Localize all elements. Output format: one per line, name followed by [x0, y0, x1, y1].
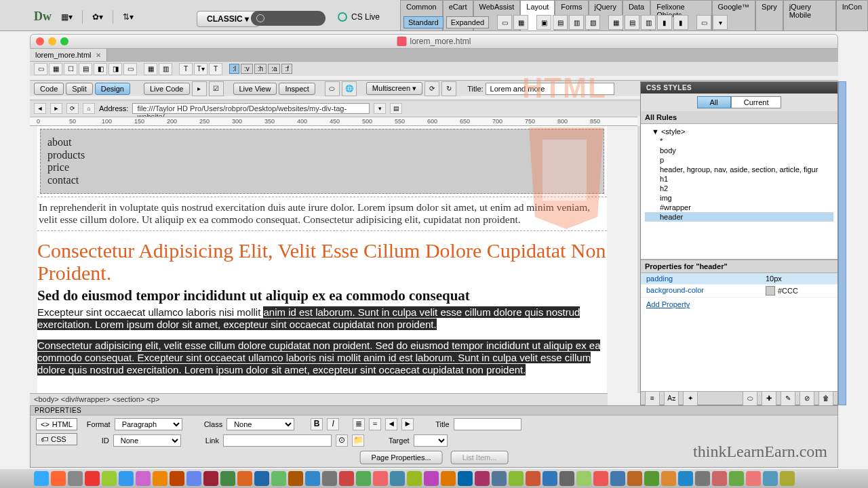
spry-objects-icon[interactable]: ◧	[94, 63, 107, 75]
dock-app-icon[interactable]	[780, 471, 795, 486]
css-current-button[interactable]: Current	[731, 96, 782, 108]
css-rule[interactable]: h2	[645, 184, 833, 193]
link-point-icon[interactable]: ⊙	[336, 434, 348, 447]
nav-reload-icon[interactable]: ⟳	[66, 103, 79, 114]
traffic-lights[interactable]	[36, 37, 68, 45]
dock-app-icon[interactable]	[475, 471, 490, 486]
delete-rule-icon[interactable]: 🗑	[818, 391, 833, 406]
dock-app-icon[interactable]	[729, 471, 744, 486]
insert-tab-spry[interactable]: Spry	[755, 0, 783, 30]
design-canvas[interactable]: aboutproductspricecontact In reprehender…	[37, 126, 607, 393]
extend-menu-icon[interactable]: ✿▾	[92, 12, 103, 22]
dock-app-icon[interactable]	[661, 471, 676, 486]
tag-selector[interactable]: <body> <div#wrapper> <section> <p>	[30, 393, 608, 405]
data-icon[interactable]: ▤	[79, 63, 92, 75]
outdent-button[interactable]: ◄	[385, 418, 397, 430]
target-select[interactable]	[414, 434, 448, 447]
attach-stylesheet-icon[interactable]: ⬭	[743, 391, 757, 406]
insert-iframe-icon[interactable]: ▭	[696, 15, 711, 30]
css-properties-table[interactable]: padding10pxbackground-color#CCCAdd Prope…	[641, 273, 837, 391]
disable-rule-icon[interactable]: ⊘	[800, 391, 814, 406]
refresh-dd-icon[interactable]: ⟳	[425, 81, 439, 96]
dock-app-icon[interactable]	[51, 471, 66, 486]
new-rule-icon[interactable]: ✚	[762, 391, 776, 406]
dock-app-icon[interactable]	[186, 471, 201, 486]
multiscreen-button[interactable]: Multiscreen ▾	[366, 82, 422, 95]
dock-app-icon[interactable]	[492, 471, 507, 486]
jquery-icon[interactable]: ◨	[108, 63, 122, 75]
workspace-switcher[interactable]: CLASSIC ▾	[197, 11, 259, 27]
text-dd-icon[interactable]: T▾	[194, 63, 208, 75]
dock-app-icon[interactable]	[119, 471, 134, 486]
minimize-window-icon[interactable]	[48, 37, 56, 45]
dock-app-icon[interactable]	[136, 471, 151, 486]
pseudo-active-icon[interactable]: :a	[268, 64, 280, 74]
dock-app-icon[interactable]	[576, 471, 591, 486]
dock-app-icon[interactable]	[559, 471, 574, 486]
layout-objects-icon[interactable]: ▦	[49, 63, 62, 75]
dock-app-icon[interactable]	[322, 471, 337, 486]
dock-app-icon[interactable]	[254, 471, 269, 486]
dock-app-icon[interactable]	[441, 471, 456, 486]
dock-app-icon[interactable]	[627, 471, 642, 486]
dock-app-icon[interactable]	[288, 471, 303, 486]
add-property-link[interactable]: Add Property	[641, 298, 837, 311]
pseudo-visited-icon[interactable]: :v	[241, 64, 253, 74]
insert-col-left-icon[interactable]: ▮	[657, 15, 672, 30]
css-rule[interactable]: #wrapper	[645, 203, 833, 212]
css-property-row[interactable]: padding10px	[641, 273, 837, 285]
dock-app-icon[interactable]	[203, 471, 218, 486]
indent-button[interactable]: ►	[401, 418, 414, 430]
dock-app-icon[interactable]	[237, 471, 252, 486]
check-icon[interactable]: ☑	[209, 81, 224, 96]
id-select[interactable]: None	[113, 434, 181, 447]
properties-css-tab[interactable]: 🏷 CSS	[36, 433, 77, 445]
css-rule[interactable]: p	[645, 155, 833, 165]
properties-title[interactable]: PROPERTIES	[31, 406, 837, 415]
dock-app-icon[interactable]	[102, 471, 117, 486]
italic-button[interactable]: I	[327, 418, 339, 430]
search-input[interactable]	[251, 11, 326, 26]
dock-app-icon[interactable]	[170, 471, 184, 486]
address-dd-icon[interactable]: ▾	[374, 103, 386, 114]
css-panel-title[interactable]: CSS STYLES	[641, 82, 837, 94]
css-rule[interactable]: *	[645, 136, 833, 146]
css-all-button[interactable]: All	[697, 96, 731, 108]
css-rules-tree[interactable]: ▼ <style>*bodypheader, hgroup, nav, asid…	[641, 124, 837, 260]
zoom-window-icon[interactable]	[60, 37, 68, 45]
cs-live-button[interactable]: CS Live	[338, 12, 380, 22]
dock[interactable]	[0, 469, 868, 488]
link-field[interactable]	[223, 434, 332, 447]
dock-app-icon[interactable]	[153, 471, 167, 486]
layout-menu-icon[interactable]: ▦▾	[61, 12, 73, 22]
dock-app-icon[interactable]	[220, 471, 235, 486]
insert-collapsible-icon[interactable]: ▧	[585, 15, 600, 30]
dock-app-icon[interactable]	[644, 471, 659, 486]
nav-item[interactable]: about	[47, 136, 597, 149]
common-objects-icon[interactable]: ▭	[34, 63, 47, 75]
refresh-icon[interactable]: ↻	[441, 81, 456, 96]
dock-app-icon[interactable]	[763, 471, 778, 486]
dock-app-icon[interactable]	[34, 471, 49, 486]
document-tab[interactable]: lorem_more.html ✕	[30, 49, 107, 61]
forms-icon[interactable]: ☐	[64, 63, 77, 75]
nav-fwd-icon[interactable]: ►	[50, 103, 62, 114]
canvas-p1[interactable]: Excepteur sint occaecat ullamco laboris …	[37, 306, 607, 332]
insert-col-right-icon[interactable]: ▮	[673, 15, 688, 30]
site-menu-icon[interactable]: ⇅▾	[123, 12, 134, 22]
ul-button[interactable]: ≣	[353, 418, 365, 430]
canvas-tagline[interactable]: In reprehenderit in voluptate quis nostr…	[37, 197, 607, 231]
dock-app-icon[interactable]	[458, 471, 473, 486]
format-select[interactable]: Paragraph	[115, 418, 182, 430]
css-rule[interactable]: ▼ <style>	[645, 127, 833, 136]
link-browse-icon[interactable]: 📁	[352, 434, 364, 447]
dock-app-icon[interactable]	[712, 471, 727, 486]
live-view-button[interactable]: Live View	[233, 83, 277, 95]
panel-scrollbar[interactable]	[838, 81, 846, 405]
favorites-icon[interactable]: ▦	[144, 63, 157, 75]
insert-table-icon[interactable]: ▦	[608, 15, 623, 30]
nav-back-icon[interactable]: ◄	[34, 103, 46, 114]
css-rule[interactable]: h1	[645, 174, 833, 184]
edit-rule-icon[interactable]: ✎	[781, 391, 795, 406]
split-view-button[interactable]: Split	[66, 83, 92, 95]
